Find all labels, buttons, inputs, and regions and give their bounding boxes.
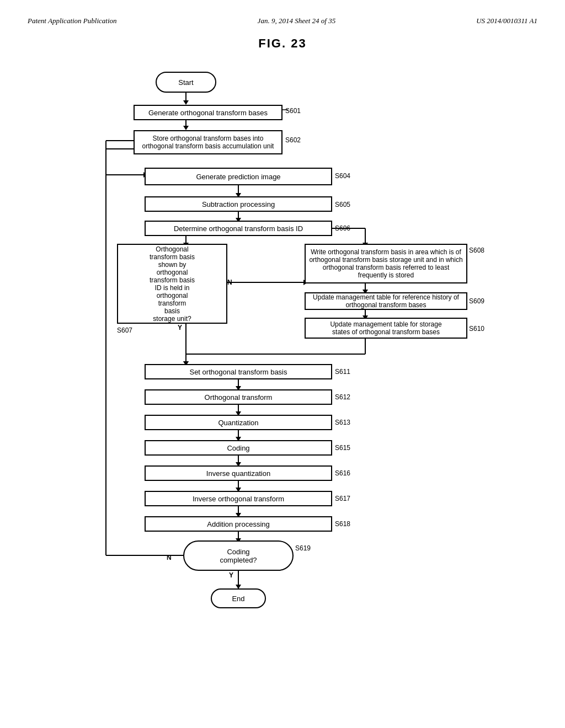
s608-node: Write orthogonal transform basis in area…: [305, 244, 467, 283]
s613-node: Quantization: [145, 415, 332, 430]
s611-node: Set orthogonal transform basis: [145, 364, 332, 379]
s617-node: Inverse orthogonal transform: [145, 491, 332, 506]
s609-label: S609: [469, 297, 484, 305]
s619-label: S619: [295, 544, 311, 552]
s613-label: S613: [335, 419, 350, 426]
s602-label: S602: [285, 136, 301, 144]
s611-label: S611: [335, 368, 350, 376]
s605-node: Subtraction processing: [145, 196, 332, 212]
s606-label: S606: [335, 224, 350, 232]
s619-y-label: Y: [229, 571, 233, 579]
end-node: End: [211, 588, 266, 608]
s602-node: Store orthogonal transform bases into or…: [134, 130, 282, 154]
start-node: Start: [156, 72, 216, 93]
header-right: US 2014/0010311 A1: [476, 17, 537, 25]
s607-y-label: Y: [178, 324, 182, 331]
s612-label: S612: [335, 393, 350, 401]
s610-label: S610: [469, 325, 484, 333]
page: Patent Application Publication Jan. 9, 2…: [0, 0, 565, 728]
flowchart: Start Generate orthogonal transform base…: [89, 62, 476, 696]
s618-node: Addition processing: [145, 516, 332, 532]
svg-marker-3: [183, 126, 189, 130]
s616-label: S616: [335, 469, 350, 477]
s618-label: S618: [335, 520, 350, 528]
s609-node: Update management table for reference hi…: [305, 292, 467, 310]
s607-label: S607: [117, 326, 132, 334]
s604-node: Generate prediction image: [145, 168, 332, 185]
s604-label: S604: [335, 172, 350, 180]
s615-label: S615: [335, 444, 350, 452]
s607-n-label: N: [227, 279, 232, 286]
s608-label: S608: [469, 247, 484, 254]
s612-node: Orthogonal transform: [145, 389, 332, 405]
svg-marker-1: [183, 100, 189, 105]
s607-node: Orthogonal transform basis shown by orth…: [117, 244, 227, 324]
s619-node: Coding completed?: [183, 540, 294, 571]
s610-node: Update management table for storage stat…: [305, 318, 467, 339]
s601-label: S601: [285, 107, 301, 115]
s616-node: Inverse quantization: [145, 465, 332, 481]
s617-label: S617: [335, 495, 350, 502]
s601-node: Generate orthogonal transform bases: [134, 105, 282, 120]
header-center: Jan. 9, 2014 Sheet 24 of 35: [258, 17, 336, 25]
s619-n-label: N: [167, 554, 172, 561]
s615-node: Coding: [145, 440, 332, 456]
s605-label: S605: [335, 201, 350, 208]
header: Patent Application Publication Jan. 9, 2…: [28, 17, 537, 25]
s606-node: Determine orthogonal transform basis ID: [145, 221, 332, 236]
header-left: Patent Application Publication: [28, 17, 117, 25]
figure-title: FIG. 23: [28, 36, 537, 51]
